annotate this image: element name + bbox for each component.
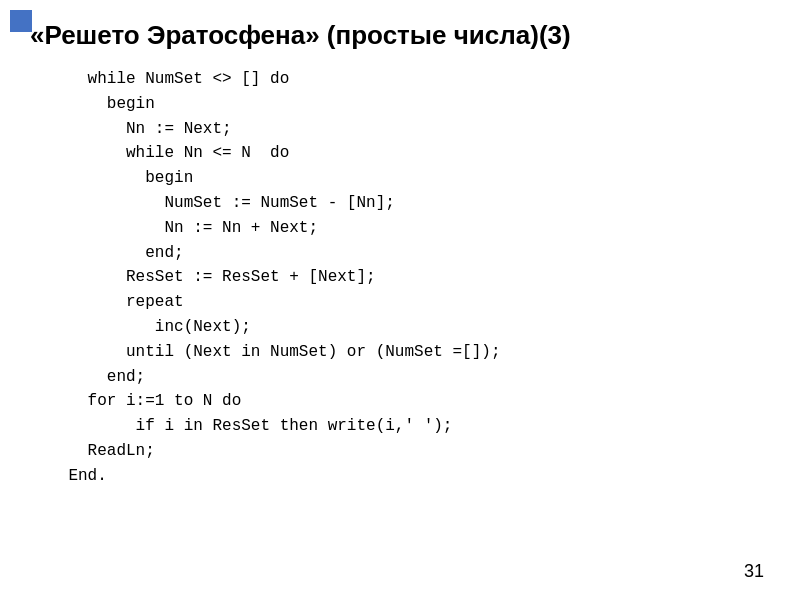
code-block: while NumSet <> [] do begin Nn := Next; … bbox=[30, 67, 770, 489]
slide-title: «Решето Эратосфена» (простые числа)(3) bbox=[30, 20, 770, 51]
page-number: 31 bbox=[744, 561, 764, 582]
corner-decoration bbox=[10, 10, 32, 32]
slide: «Решето Эратосфена» (простые числа)(3) w… bbox=[0, 0, 800, 600]
